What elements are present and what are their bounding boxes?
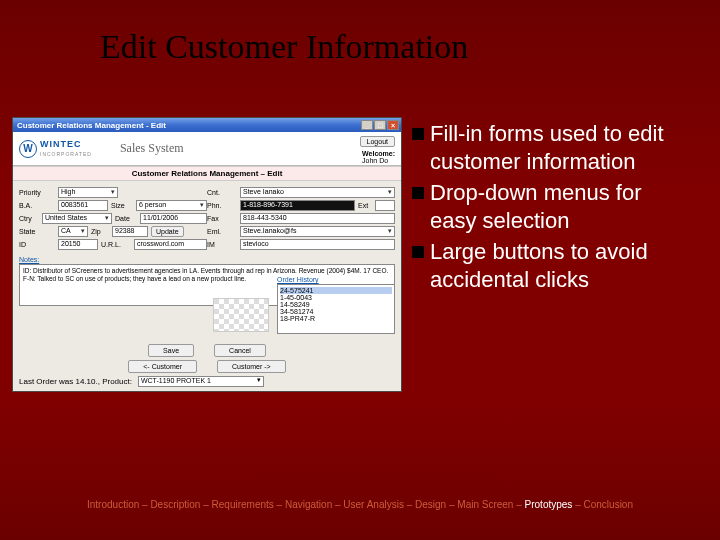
bullet-text: Drop-down menus for easy selection (430, 179, 692, 234)
date-field[interactable]: 11/01/2006 (140, 213, 207, 224)
state-select[interactable]: CA (58, 226, 88, 237)
cancel-button[interactable]: Cancel (214, 344, 266, 357)
bullet-text: Fill-in forms used to edit customer info… (430, 120, 692, 175)
list-item[interactable]: 24-575241 (280, 287, 392, 294)
ext-field[interactable] (375, 200, 395, 211)
url-label: U.R.L. (101, 241, 131, 248)
id-label: ID (19, 241, 55, 248)
window-title: Customer Relations Management - Edit (17, 121, 166, 130)
phone-field[interactable]: 1-818-896-7391 (240, 200, 355, 211)
close-button[interactable]: × (387, 120, 399, 130)
bullet-list: Fill-in forms used to edit customer info… (412, 120, 692, 297)
image-placeholder (213, 298, 269, 332)
maximize-button[interactable]: □ (374, 120, 386, 130)
brand-name: WINTEC (40, 139, 82, 149)
priority-select[interactable]: High (58, 187, 118, 198)
brand-sub: INCORPORATED (40, 151, 92, 157)
id-field[interactable]: 20150 (58, 239, 98, 250)
country-select[interactable]: United States (42, 213, 112, 224)
bullet-text: Large buttons to avoid accidental clicks (430, 238, 692, 293)
welcome-user: John Do (362, 157, 388, 164)
fax-label: Fax (207, 215, 237, 222)
list-item[interactable]: 18-PR47-R (280, 315, 392, 322)
fax-field[interactable]: 818-443-5340 (240, 213, 395, 224)
save-button[interactable]: Save (148, 344, 194, 357)
update-button[interactable]: Update (151, 226, 184, 237)
size-label: Size (111, 202, 133, 209)
list-item[interactable]: 14-58249 (280, 301, 392, 308)
order-history-list[interactable]: 24-575241 1-45-0043 14-58249 34-581274 1… (277, 284, 395, 334)
list-item[interactable]: 1-45-0043 (280, 294, 392, 301)
window-titlebar: Customer Relations Management - Edit _ □… (13, 118, 401, 132)
bullet-icon (412, 187, 424, 199)
bullet-icon (412, 246, 424, 258)
email-select[interactable]: Steve.Ianako@fs (240, 226, 395, 237)
ba-label: B.A. (19, 202, 55, 209)
order-history-label: Order History (277, 276, 395, 283)
im-label: IM (207, 241, 237, 248)
bottom-bar: Save Cancel <- Customer Customer -> Last… (13, 341, 401, 387)
welcome-label: Welcome: (362, 150, 395, 157)
next-customer-button[interactable]: Customer -> (217, 360, 286, 373)
state-label: State (19, 228, 55, 235)
list-item[interactable]: 34-581274 (280, 308, 392, 315)
zip-field[interactable]: 92388 (112, 226, 148, 237)
prev-customer-button[interactable]: <- Customer (128, 360, 197, 373)
contact-select[interactable]: Steve Ianako (240, 187, 395, 198)
country-label: Ctry (19, 215, 39, 222)
minimize-button[interactable]: _ (361, 120, 373, 130)
app-window: Customer Relations Management - Edit _ □… (12, 117, 402, 392)
edit-form: PriorityHigh B.A.0083561 Size6 person Ct… (13, 181, 401, 254)
app-toolbar: W WINTEC INCORPORATED Sales System Logou… (13, 132, 401, 166)
order-history: Order History 24-575241 1-45-0043 14-582… (277, 276, 395, 334)
brand-logo-icon: W (19, 140, 37, 158)
system-name: Sales System (120, 141, 184, 156)
phn-label: Phn. (207, 202, 237, 209)
eml-label: Eml. (207, 228, 237, 235)
ba-field[interactable]: 0083561 (58, 200, 108, 211)
priority-label: Priority (19, 189, 55, 196)
size-select[interactable]: 6 person (136, 200, 207, 211)
bullet-icon (412, 128, 424, 140)
slide-title: Edit Customer Information (100, 28, 468, 66)
logout-button[interactable]: Logout (360, 136, 395, 147)
last-order-label: Last Order was 14.10., Product: (19, 377, 132, 386)
notes-label: Notes: (19, 256, 401, 263)
ext-label: Ext (358, 202, 372, 209)
zip-label: Zip (91, 228, 109, 235)
url-field[interactable]: crossword.com (134, 239, 207, 250)
breadcrumb: Introduction – Description – Requirement… (0, 499, 720, 510)
section-title: Customer Relations Management – Edit (13, 166, 401, 181)
product-select[interactable]: WCT-1190 PROTEK 1 (138, 376, 264, 387)
im-field[interactable]: stevioco (240, 239, 395, 250)
date-label: Date (115, 215, 137, 222)
cnt-label: Cnt. (207, 189, 237, 196)
